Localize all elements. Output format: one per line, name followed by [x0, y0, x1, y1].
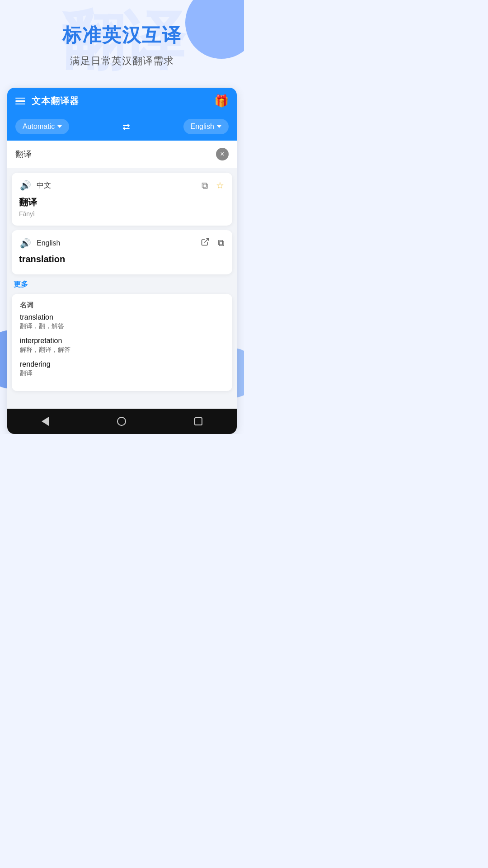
chinese-lang-info: 🔊 中文 [19, 179, 51, 192]
hero-section: 标准英汉互译 满足日常英汉翻译需求 [0, 0, 244, 77]
chinese-copy-button[interactable]: ⧉ [201, 179, 209, 192]
menu-button[interactable] [15, 98, 25, 105]
word-entry-0: translation 翻译，翻，解答 [20, 313, 224, 330]
chinese-result-header: 🔊 中文 ⧉ ☆ [19, 179, 225, 192]
english-speaker-button[interactable]: 🔊 [19, 237, 32, 250]
word-entry-2: rendering 翻译 [20, 360, 224, 377]
chinese-result-main: 翻译 [19, 196, 225, 208]
english-lang-label: English [37, 239, 60, 247]
word-main-0: translation [20, 313, 224, 321]
target-lang-arrow-icon [217, 125, 221, 128]
word-main-2: rendering [20, 360, 224, 368]
gift-button[interactable]: 🎁 [214, 94, 229, 108]
hero-subtitle: 满足日常英汉翻译需求 [14, 54, 230, 68]
more-label: 更多 [12, 280, 232, 289]
chinese-result-pinyin: Fānyì [19, 210, 225, 217]
chinese-lang-label: 中文 [37, 181, 51, 190]
more-card: 名词 translation 翻译，翻，解答 interpretation 解释… [12, 294, 232, 391]
app-header: 文本翻译器 🎁 [7, 88, 237, 114]
chinese-star-button[interactable]: ☆ [215, 179, 225, 192]
english-card-actions: ⧉ [200, 236, 225, 250]
word-meaning-1: 解释，翻译，解答 [20, 346, 224, 354]
english-result-header: 🔊 English ⧉ [19, 236, 225, 250]
back-icon [42, 417, 49, 426]
recent-icon [194, 417, 202, 425]
target-language-button[interactable]: English [183, 119, 229, 134]
word-meaning-2: 翻译 [20, 369, 224, 377]
english-lang-info: 🔊 English [19, 237, 60, 250]
swap-languages-button[interactable]: ⇄ [121, 119, 132, 134]
language-bar: Automatic ⇄ English [7, 114, 237, 141]
chinese-speaker-button[interactable]: 🔊 [19, 179, 32, 192]
bottom-navigation [7, 409, 237, 434]
english-external-button[interactable] [200, 236, 211, 250]
source-language-button[interactable]: Automatic [15, 119, 69, 134]
chinese-card-actions: ⧉ ☆ [201, 179, 225, 192]
app-card: 文本翻译器 🎁 Automatic ⇄ English 翻译 × [7, 88, 237, 434]
home-icon [117, 417, 126, 426]
app-body: 翻译 × 🔊 中文 ⧉ ☆ 翻译 Fānyì [7, 141, 237, 409]
clear-button[interactable]: × [216, 148, 229, 160]
word-meaning-0: 翻译，翻，解答 [20, 322, 224, 330]
word-main-1: interpretation [20, 337, 224, 345]
hero-title: 标准英汉互译 [14, 23, 230, 48]
source-language-label: Automatic [23, 123, 55, 131]
english-result-card: 🔊 English ⧉ transl [12, 230, 232, 274]
hamburger-line-3 [15, 104, 25, 105]
back-button[interactable] [33, 413, 58, 429]
english-copy-button[interactable]: ⧉ [217, 237, 225, 249]
pos-label: 名词 [20, 301, 224, 310]
target-language-label: English [191, 123, 214, 131]
home-button[interactable] [108, 413, 135, 429]
app-wrapper: 标准英汉互译 满足日常英汉翻译需求 文本翻译器 🎁 Automatic ⇄ [0, 0, 244, 434]
app-header-left: 文本翻译器 [15, 95, 79, 107]
more-section: 更多 名词 translation 翻译，翻，解答 interpretation… [12, 280, 232, 396]
english-result-main: translation [19, 254, 225, 264]
word-entry-1: interpretation 解释，翻译，解答 [20, 337, 224, 354]
app-title: 文本翻译器 [32, 95, 79, 107]
chinese-result-card: 🔊 中文 ⧉ ☆ 翻译 Fānyì [12, 173, 232, 226]
source-lang-arrow-icon [57, 125, 62, 128]
hamburger-line-2 [15, 100, 25, 102]
recent-button[interactable] [185, 414, 211, 429]
svg-line-0 [204, 239, 208, 243]
input-section: 翻译 × [7, 141, 237, 168]
input-text: 翻译 [15, 149, 216, 160]
hamburger-line-1 [15, 98, 25, 99]
